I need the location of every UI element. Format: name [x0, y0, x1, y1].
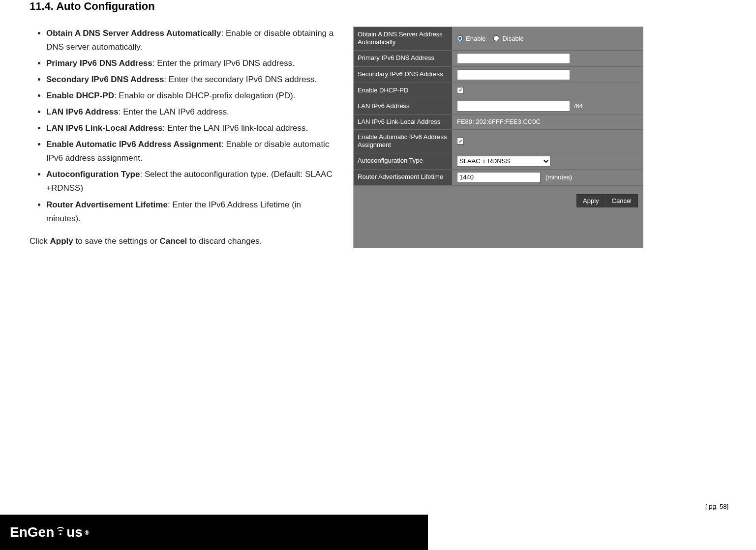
label-link-local: LAN IPv6 Link-Local Address	[354, 115, 452, 129]
term: Router Advertisement Lifetime	[46, 200, 168, 209]
lan-ipv6-suffix: /64	[574, 102, 583, 110]
term-desc: : Enable or disable DHCP-prefix delegati…	[114, 91, 296, 100]
term: Enable DHCP-PD	[46, 91, 114, 100]
link-local-value: FE80::202:6FFF:FEE3:CC0C	[457, 118, 541, 125]
dhcp-pd-checkbox[interactable]: ✓	[457, 87, 464, 94]
list-item: Enable DHCP-PD: Enable or disable DHCP-p…	[46, 89, 334, 103]
label-auto-assign: Enable Automatic IPv6 Address Assignment	[354, 130, 452, 153]
auto-assign-checkbox[interactable]: ✓	[457, 138, 464, 145]
list-item: Router Advertisement Lifetime: Enter the…	[46, 198, 334, 226]
label-secondary-dns: Secondary IPv6 DNS Address	[354, 67, 452, 83]
term: Secondary IPv6 DNS Address	[46, 75, 164, 84]
term: Enable Automatic IPv6 Address Assignment	[46, 140, 221, 149]
definition-list: Obtain A DNS Server Address Automaticall…	[30, 27, 334, 226]
registered-icon: ®	[85, 529, 90, 536]
radio-disable-label: Disable	[502, 35, 523, 42]
lan-ipv6-input[interactable]	[457, 101, 570, 112]
wifi-icon	[56, 527, 65, 538]
term: Autoconfiguration Type	[46, 170, 140, 179]
radio-disable[interactable]	[493, 35, 499, 41]
label-ra-lifetime: Router Advertisement Lifetime	[354, 170, 452, 185]
ra-lifetime-input[interactable]	[457, 172, 541, 183]
text: to save the settings or	[73, 236, 160, 246]
list-item: LAN IPv6 Address: Enter the LAN IPv6 add…	[46, 105, 334, 119]
doc-column: Obtain A DNS Server Address Automaticall…	[30, 27, 334, 248]
list-item: Enable Automatic IPv6 Address Assignment…	[46, 138, 334, 165]
term-desc: : Enter the LAN IPv6 address.	[119, 107, 229, 116]
footer-blackbar: EnGenus®	[0, 515, 428, 550]
list-item: Primary IPv6 DNS Address: Enter the prim…	[46, 57, 334, 70]
primary-dns-input[interactable]	[457, 53, 570, 64]
term: Primary IPv6 DNS Address	[46, 58, 152, 68]
term: LAN IPv6 Link-Local Address	[46, 123, 162, 133]
secondary-dns-input[interactable]	[457, 69, 570, 80]
label-dns-auto: Obtain A DNS Server Address Automaticall…	[354, 27, 452, 50]
brand-right: us	[66, 524, 83, 540]
radio-enable[interactable]	[457, 35, 463, 41]
label-lan-ipv6: LAN IPv6 Address	[354, 98, 452, 114]
settings-panel: Obtain A DNS Server Address Automaticall…	[353, 27, 643, 248]
text-apply: Apply	[50, 236, 73, 246]
apply-cancel-note: Click Apply to save the settings or Canc…	[30, 234, 334, 248]
term-desc: : Enter the secondary IPv6 DNS address.	[164, 75, 317, 84]
autoconf-type-select[interactable]: SLAAC + RDNSS	[457, 156, 550, 167]
radio-enable-label: Enable	[466, 35, 485, 42]
term-desc: : Enter the LAN IPv6 link-local address.	[162, 123, 308, 133]
brand-left: EnGen	[10, 524, 54, 540]
apply-button[interactable]: Apply	[576, 194, 605, 207]
list-item: Secondary IPv6 DNS Address: Enter the se…	[46, 73, 334, 87]
section-heading: 11.4. Auto Configuration	[30, 0, 726, 13]
text: to discard changes.	[187, 236, 262, 246]
text-cancel: Cancel	[160, 236, 187, 246]
label-dhcp-pd: Enable DHCP-PD	[354, 83, 452, 98]
text: Click	[30, 236, 50, 246]
term: LAN IPv6 Address	[46, 107, 119, 116]
ra-lifetime-unit: (minutes)	[545, 174, 572, 181]
brand-logo: EnGenus®	[10, 524, 90, 540]
page-footer: EnGenus® [ pg. 58]	[0, 501, 756, 550]
term: Obtain A DNS Server Address Automaticall…	[46, 29, 221, 38]
list-item: Obtain A DNS Server Address Automaticall…	[46, 27, 334, 54]
label-primary-dns: Primary IPv6 DNS Address	[354, 51, 452, 66]
list-item: Autoconfiguration Type: Select the autoc…	[46, 168, 334, 195]
cancel-button[interactable]: Cancel	[605, 194, 638, 207]
term-desc: : Enter the primary IPv6 DNS address.	[152, 58, 295, 68]
page-number: [ pg. 58]	[705, 503, 728, 510]
list-item: LAN IPv6 Link-Local Address: Enter the L…	[46, 121, 334, 135]
label-autoconf-type: Autoconfiguration Type	[354, 153, 452, 169]
